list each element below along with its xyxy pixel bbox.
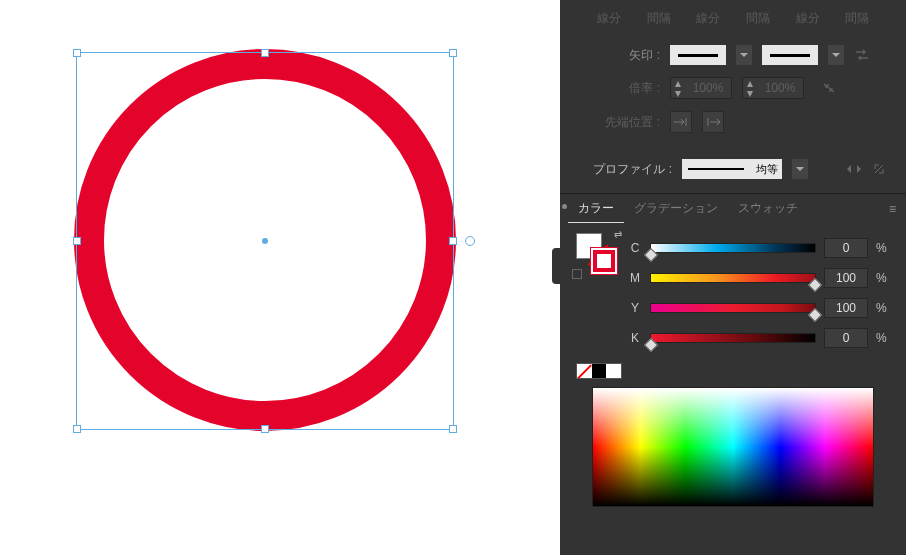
tab-color[interactable]: カラー [568,194,624,223]
resize-handle-bl[interactable] [73,425,81,433]
gap-label: 間隔 [733,10,783,27]
chevron-down-icon[interactable] [792,159,808,179]
channel-label: C [628,241,642,255]
align-tip-extend-button[interactable] [670,111,692,133]
canvas-artboard[interactable] [0,0,560,555]
color-slider-y[interactable] [650,303,816,313]
flip-along-icon[interactable] [846,163,862,175]
profile-label: プロファイル : [580,161,672,178]
slider-thumb[interactable] [808,308,822,322]
channel-label: K [628,331,642,345]
resize-handle-tr[interactable] [449,49,457,57]
dash-label: 線分 [683,10,733,27]
resize-handle-tl[interactable] [73,49,81,57]
scale-label: 倍率 : [580,80,660,97]
tab-gradient[interactable]: グラデーション [624,194,728,223]
default-fill-stroke-icon[interactable] [572,269,582,279]
swap-fill-stroke-icon[interactable]: ⇄ [614,229,622,240]
panel-dock-grip[interactable] [552,248,560,284]
channel-label: Y [628,301,642,315]
stroke-swatch-icon[interactable] [590,247,618,275]
fill-stroke-proxy[interactable]: ⇄ [576,233,618,275]
color-slider-m[interactable] [650,273,816,283]
arrow-scale-end-input[interactable]: ▴▾ 100% [742,77,804,99]
scale-value: 100% [685,81,731,95]
panel-collapse-dot-icon[interactable] [562,204,567,209]
profile-value: 均等 [756,162,778,177]
width-profile-dropdown[interactable]: 均等 [682,159,782,179]
properties-sidebar: 線分 間隔 線分 間隔 線分 間隔 矢印 : 倍率 : ▴▾ 100% ▴▾ 1… [560,0,906,555]
white-swatch[interactable] [606,364,621,378]
slider-thumb[interactable] [644,248,658,262]
live-shape-widget-icon[interactable] [465,236,475,246]
quick-swatches [576,363,622,379]
black-swatch[interactable] [592,364,607,378]
stroke-panel: 線分 間隔 線分 間隔 線分 間隔 矢印 : 倍率 : ▴▾ 100% ▴▾ 1… [560,0,906,185]
link-scale-icon[interactable] [820,79,838,97]
chevron-down-icon[interactable] [828,45,844,65]
color-spectrum-picker[interactable] [592,387,874,507]
gap-label: 間隔 [634,10,684,27]
percent-label: % [876,241,890,255]
align-tip-end-button[interactable] [702,111,724,133]
center-point-icon [262,238,268,244]
step-down-icon[interactable]: ▾ [671,88,685,98]
resize-handle-br[interactable] [449,425,457,433]
chevron-down-icon[interactable] [736,45,752,65]
percent-label: % [876,301,890,315]
color-slider-c[interactable] [650,243,816,253]
gap-label: 間隔 [832,10,882,27]
dash-gap-header: 線分 間隔 線分 間隔 線分 間隔 [560,6,906,39]
panel-menu-icon[interactable]: ≡ [889,202,898,216]
resize-handle-t[interactable] [261,49,269,57]
step-down-icon[interactable]: ▾ [743,88,757,98]
slider-thumb[interactable] [644,338,658,352]
swap-arrowheads-icon[interactable] [854,47,870,63]
dash-label: 線分 [584,10,634,27]
dash-label: 線分 [783,10,833,27]
color-panel: ⇄ C0%M100%Y100%K0% [560,223,906,507]
channel-value-input[interactable]: 100 [824,268,868,288]
color-slider-k[interactable] [650,333,816,343]
percent-label: % [876,331,890,345]
selection-bounding-box[interactable] [76,52,454,430]
none-swatch-icon[interactable] [577,364,592,378]
percent-label: % [876,271,890,285]
channel-value-input[interactable]: 0 [824,328,868,348]
flip-across-icon[interactable] [872,162,886,176]
arrowhead-start-dropdown[interactable] [670,45,726,65]
channel-value-input[interactable]: 0 [824,238,868,258]
arrowhead-end-dropdown[interactable] [762,45,818,65]
channel-label: M [628,271,642,285]
arrowheads-label: 矢印 : [580,47,660,64]
resize-handle-l[interactable] [73,237,81,245]
tab-swatches[interactable]: スウォッチ [728,194,808,223]
resize-handle-r[interactable] [449,237,457,245]
align-stroke-label: 先端位置 : [580,114,660,131]
resize-handle-b[interactable] [261,425,269,433]
slider-thumb[interactable] [808,278,822,292]
scale-value: 100% [757,81,803,95]
arrow-scale-start-input[interactable]: ▴▾ 100% [670,77,732,99]
channel-value-input[interactable]: 100 [824,298,868,318]
panel-tabs: カラー グラデーション スウォッチ ≡ [560,193,906,223]
